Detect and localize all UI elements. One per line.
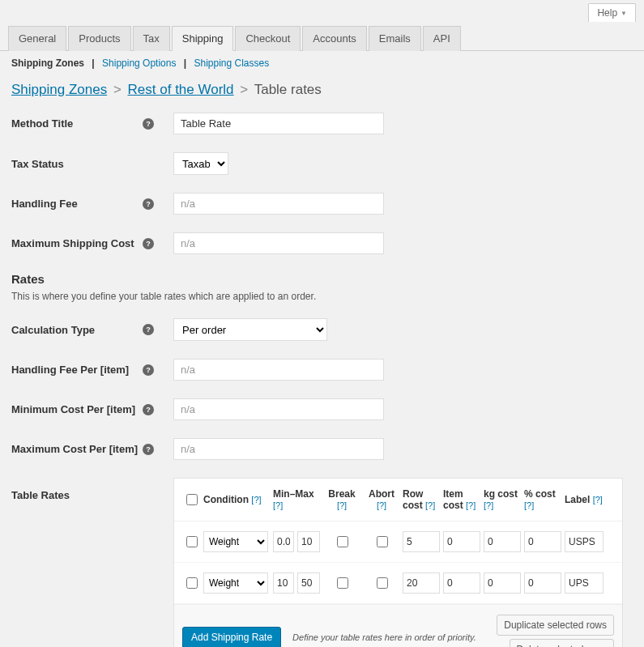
duplicate-rows-button[interactable]: Duplicate selected rows xyxy=(497,615,614,636)
help-icon[interactable]: ? xyxy=(143,324,154,335)
row-pct-cost[interactable] xyxy=(524,573,561,594)
tab-general[interactable]: General xyxy=(8,26,66,51)
help-icon[interactable]: ? xyxy=(143,444,154,455)
help-link[interactable]: [?] xyxy=(484,500,493,510)
rates-table: Condition [?] Min–Max [?] Break [?] Abor… xyxy=(173,478,623,647)
row-label[interactable] xyxy=(565,531,603,552)
subnav-classes[interactable]: Shipping Classes xyxy=(194,57,270,69)
help-label: Help xyxy=(597,7,617,19)
row-condition[interactable]: Weight xyxy=(203,573,268,594)
th-abort: Abort xyxy=(369,488,395,500)
tab-accounts[interactable]: Accounts xyxy=(302,26,366,51)
th-row-cost: Row cost xyxy=(403,488,423,511)
chevron-down-icon: ▼ xyxy=(621,10,627,17)
help-link[interactable]: [?] xyxy=(466,500,476,510)
input-max-cost-per[interactable] xyxy=(173,438,384,460)
row-abort[interactable] xyxy=(377,536,388,547)
select-tax-status[interactable]: Taxable xyxy=(173,152,228,175)
tab-tax[interactable]: Tax xyxy=(133,26,170,51)
help-icon[interactable]: ? xyxy=(143,364,154,376)
help-toggle[interactable]: Help ▼ xyxy=(588,3,636,22)
select-all-rows[interactable] xyxy=(186,494,198,505)
tab-emails[interactable]: Emails xyxy=(369,26,421,51)
row-pct-cost[interactable] xyxy=(524,531,561,552)
breadcrumb: Shipping Zones > Rest of the World > Tab… xyxy=(11,82,633,98)
th-kg-cost: kg cost xyxy=(484,488,518,500)
label-table-rates: Table Rates xyxy=(11,489,70,501)
breadcrumb-zones[interactable]: Shipping Zones xyxy=(11,82,107,97)
tab-checkout[interactable]: Checkout xyxy=(235,26,301,51)
row-min[interactable] xyxy=(273,531,294,552)
help-icon[interactable]: ? xyxy=(143,118,154,130)
tab-api[interactable]: API xyxy=(423,26,461,51)
subnav-options[interactable]: Shipping Options xyxy=(102,57,176,69)
row-max[interactable] xyxy=(297,573,320,594)
delete-rows-button[interactable]: Delete selected rows xyxy=(510,639,614,647)
row-row-cost[interactable] xyxy=(403,531,440,552)
help-icon[interactable]: ? xyxy=(143,198,154,210)
row-row-cost[interactable] xyxy=(403,573,440,594)
breadcrumb-current: Table rates xyxy=(254,82,322,97)
tab-shipping[interactable]: Shipping xyxy=(172,26,234,51)
row-min[interactable] xyxy=(273,573,294,594)
row-select[interactable] xyxy=(186,536,198,547)
input-max-ship-cost[interactable] xyxy=(173,232,384,254)
th-minmax: Min–Max xyxy=(273,488,314,500)
label-method-title: Method Title xyxy=(11,117,73,130)
th-pct-cost: % cost xyxy=(524,488,556,500)
help-link[interactable]: [?] xyxy=(251,495,261,504)
row-kg-cost[interactable] xyxy=(484,531,521,552)
input-handling-fee-per[interactable] xyxy=(173,359,384,381)
row-condition[interactable]: Weight xyxy=(203,531,268,552)
input-handling-fee[interactable] xyxy=(173,193,384,215)
row-break[interactable] xyxy=(337,577,348,589)
priority-note: Define your table rates here in order of… xyxy=(286,632,492,642)
input-method-title[interactable] xyxy=(173,113,384,134)
th-condition: Condition xyxy=(203,494,249,505)
label-max-cost-per: Maximum Cost Per [item] xyxy=(11,443,138,455)
help-icon[interactable]: ? xyxy=(143,238,154,249)
row-label[interactable] xyxy=(565,573,603,594)
th-item-cost: Item cost xyxy=(443,488,463,511)
label-min-cost-per: Minimum Cost Per [item] xyxy=(11,403,135,415)
table-row: Weight xyxy=(174,563,622,604)
help-link[interactable]: [?] xyxy=(524,500,534,510)
help-link[interactable]: [?] xyxy=(593,495,603,504)
row-item-cost[interactable] xyxy=(443,531,480,552)
th-break: Break xyxy=(328,488,355,500)
input-min-cost-per[interactable] xyxy=(173,398,384,420)
label-handling-fee: Handling Fee xyxy=(11,198,78,210)
row-kg-cost[interactable] xyxy=(484,573,521,594)
label-max-ship-cost: Maximum Shipping Cost xyxy=(11,237,134,249)
row-abort[interactable] xyxy=(377,577,388,589)
rates-heading: Rates xyxy=(11,272,633,286)
th-label: Label xyxy=(565,494,590,505)
subnav-zones[interactable]: Shipping Zones xyxy=(11,57,84,69)
breadcrumb-rest[interactable]: Rest of the World xyxy=(128,82,234,97)
select-calc-type[interactable]: Per order xyxy=(173,318,327,341)
add-rate-button[interactable]: Add Shipping Rate xyxy=(182,627,281,647)
label-tax-status: Tax Status xyxy=(11,158,64,170)
row-break[interactable] xyxy=(337,536,348,547)
row-item-cost[interactable] xyxy=(443,573,480,594)
help-link[interactable]: [?] xyxy=(273,500,283,510)
help-icon[interactable]: ? xyxy=(143,404,154,415)
label-handling-fee-per: Handling Fee Per [item] xyxy=(11,364,129,376)
row-select[interactable] xyxy=(186,577,198,589)
help-link[interactable]: [?] xyxy=(337,500,347,510)
label-calc-type: Calculation Type xyxy=(11,324,95,336)
tab-products[interactable]: Products xyxy=(68,26,130,51)
settings-tabs: General Products Tax Shipping Checkout A… xyxy=(0,22,644,51)
help-link[interactable]: [?] xyxy=(377,500,386,510)
row-max[interactable] xyxy=(297,531,320,552)
subnav: Shipping Zones | Shipping Options | Ship… xyxy=(0,51,644,75)
table-row: Weight xyxy=(174,521,622,563)
help-link[interactable]: [?] xyxy=(425,500,435,510)
rates-description: This is where you define your table rate… xyxy=(11,291,633,302)
